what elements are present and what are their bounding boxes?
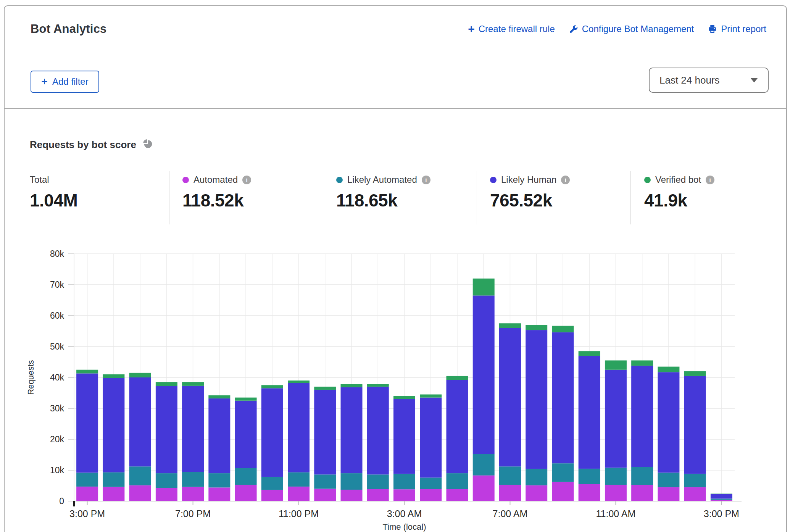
bar-segment[interactable] bbox=[235, 468, 257, 485]
bar-segment[interactable] bbox=[526, 325, 547, 330]
bar-segment[interactable] bbox=[552, 332, 574, 463]
bar-4:00 AM[interactable] bbox=[420, 395, 442, 501]
bar-segment[interactable] bbox=[393, 489, 415, 501]
bar-segment[interactable] bbox=[103, 487, 124, 501]
bar-11:00 AM[interactable] bbox=[605, 360, 627, 501]
bar-segment[interactable] bbox=[684, 371, 706, 376]
info-icon[interactable]: i bbox=[242, 176, 251, 184]
bar-segment[interactable] bbox=[526, 469, 547, 485]
bar-segment[interactable] bbox=[420, 398, 442, 478]
bar-1:00 AM[interactable] bbox=[341, 384, 363, 501]
bar-segment[interactable] bbox=[208, 487, 230, 501]
bar-segment[interactable] bbox=[314, 387, 336, 390]
bar-7:00 PM[interactable] bbox=[182, 382, 204, 501]
bar-segment[interactable] bbox=[631, 360, 653, 366]
bar-segment[interactable] bbox=[658, 472, 679, 487]
bar-segment[interactable] bbox=[182, 487, 204, 501]
bar-segment[interactable] bbox=[552, 326, 574, 332]
bar-segment[interactable] bbox=[103, 472, 124, 487]
bar-9:00 AM[interactable] bbox=[552, 326, 574, 501]
bar-segment[interactable] bbox=[631, 366, 653, 467]
bar-segment[interactable] bbox=[208, 473, 230, 487]
bar-5:00 PM[interactable] bbox=[129, 373, 151, 501]
bar-segment[interactable] bbox=[103, 374, 124, 378]
add-filter-button[interactable]: + Add filter bbox=[31, 71, 99, 93]
bar-10:00 AM[interactable] bbox=[579, 351, 600, 501]
bar-segment[interactable] bbox=[473, 279, 495, 296]
bar-segment[interactable] bbox=[341, 384, 363, 387]
bar-segment[interactable] bbox=[288, 472, 310, 487]
bar-segment[interactable] bbox=[658, 367, 679, 372]
bar-2:00 AM[interactable] bbox=[367, 384, 389, 501]
info-icon[interactable]: i bbox=[561, 176, 570, 184]
bar-2:00 PM[interactable] bbox=[684, 371, 706, 501]
bar-segment[interactable] bbox=[446, 489, 468, 501]
bar-segment[interactable] bbox=[605, 360, 627, 369]
bar-segment[interactable] bbox=[314, 474, 336, 488]
bar-8:00 PM[interactable] bbox=[208, 395, 230, 501]
bar-segment[interactable] bbox=[579, 469, 600, 484]
bar-segment[interactable] bbox=[499, 323, 521, 328]
bar-segment[interactable] bbox=[446, 376, 468, 380]
bar-8:00 AM[interactable] bbox=[526, 325, 547, 501]
bar-segment[interactable] bbox=[367, 387, 389, 474]
bar-segment[interactable] bbox=[129, 373, 151, 377]
bar-segment[interactable] bbox=[631, 467, 653, 485]
bar-segment[interactable] bbox=[526, 485, 547, 501]
bar-segment[interactable] bbox=[711, 499, 732, 500]
bar-segment[interactable] bbox=[658, 372, 679, 472]
bar-segment[interactable] bbox=[552, 482, 574, 501]
bar-7:00 AM[interactable] bbox=[499, 323, 521, 501]
bar-12:00 PM[interactable] bbox=[631, 360, 653, 501]
info-icon[interactable]: i bbox=[706, 176, 714, 184]
bar-segment[interactable] bbox=[579, 351, 600, 356]
bar-12:00 AM[interactable] bbox=[314, 387, 336, 501]
bar-segment[interactable] bbox=[658, 487, 679, 501]
bar-segment[interactable] bbox=[235, 485, 257, 501]
bar-segment[interactable] bbox=[288, 487, 310, 501]
bar-segment[interactable] bbox=[156, 382, 177, 386]
bar-segment[interactable] bbox=[129, 466, 151, 485]
bar-11:00 PM[interactable] bbox=[288, 380, 310, 501]
create-firewall-rule-link[interactable]: + Create firewall rule bbox=[468, 24, 555, 34]
bar-segment[interactable] bbox=[314, 390, 336, 474]
bar-segment[interactable] bbox=[552, 463, 574, 482]
bar-segment[interactable] bbox=[499, 485, 521, 501]
bar-segment[interactable] bbox=[420, 489, 442, 501]
bar-segment[interactable] bbox=[288, 383, 310, 472]
bar-3:00 AM[interactable] bbox=[393, 396, 415, 501]
bar-segment[interactable] bbox=[367, 474, 389, 489]
bar-segment[interactable] bbox=[526, 330, 547, 469]
bar-segment[interactable] bbox=[182, 382, 204, 386]
bar-segment[interactable] bbox=[261, 490, 283, 501]
bar-3:00 PM[interactable] bbox=[76, 370, 98, 501]
bar-segment[interactable] bbox=[156, 386, 177, 473]
configure-bot-management-link[interactable]: Configure Bot Management bbox=[569, 24, 694, 34]
bar-3:00 PM[interactable] bbox=[711, 494, 732, 501]
bar-segment[interactable] bbox=[446, 380, 468, 473]
bar-segment[interactable] bbox=[499, 466, 521, 485]
bar-segment[interactable] bbox=[235, 401, 257, 468]
bar-segment[interactable] bbox=[473, 454, 495, 476]
bar-segment[interactable] bbox=[420, 395, 442, 398]
bar-segment[interactable] bbox=[684, 487, 706, 501]
bar-segment[interactable] bbox=[129, 377, 151, 466]
bar-segment[interactable] bbox=[684, 376, 706, 474]
bar-4:00 PM[interactable] bbox=[103, 374, 124, 501]
bar-segment[interactable] bbox=[103, 378, 124, 472]
bar-segment[interactable] bbox=[341, 490, 363, 501]
bar-segment[interactable] bbox=[208, 395, 230, 398]
bar-segment[interactable] bbox=[473, 295, 495, 454]
bar-segment[interactable] bbox=[605, 485, 627, 501]
bar-6:00 PM[interactable] bbox=[156, 382, 177, 501]
bar-segment[interactable] bbox=[367, 384, 389, 387]
bar-segment[interactable] bbox=[393, 396, 415, 399]
bar-segment[interactable] bbox=[76, 472, 98, 486]
bar-segment[interactable] bbox=[420, 477, 442, 489]
bar-segment[interactable] bbox=[605, 370, 627, 468]
bar-segment[interactable] bbox=[631, 485, 653, 501]
bar-segment[interactable] bbox=[684, 474, 706, 487]
bar-segment[interactable] bbox=[341, 473, 363, 490]
bar-segment[interactable] bbox=[446, 473, 468, 489]
time-range-select[interactable]: Last 24 hours bbox=[649, 68, 769, 93]
